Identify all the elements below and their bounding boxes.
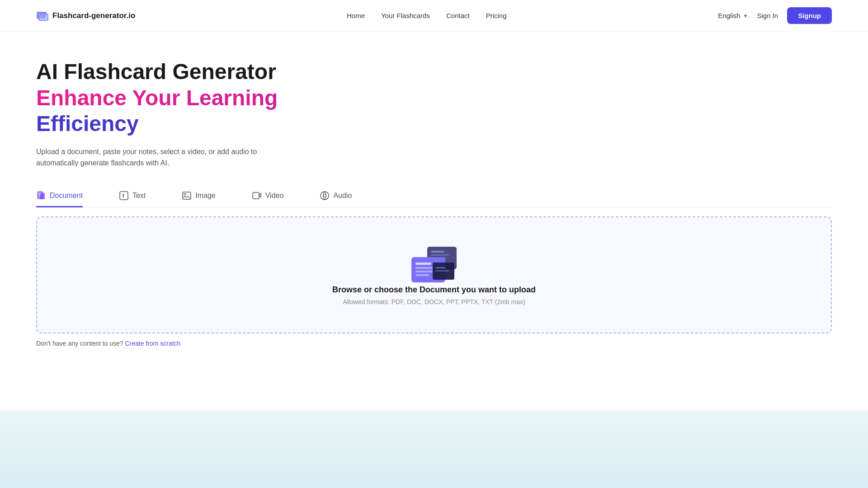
hero-section: AI Flashcard Generator Enhance Your Lear… xyxy=(36,59,832,169)
video-icon xyxy=(252,191,262,201)
scratch-prompt: Don't have any content to use? Create fr… xyxy=(36,340,832,347)
nav-home[interactable]: Home xyxy=(347,12,365,19)
tab-image-label: Image xyxy=(195,192,215,200)
tab-video-label: Video xyxy=(265,192,284,200)
upload-area[interactable]: Browse or choose the Document you want t… xyxy=(36,216,832,333)
language-selector[interactable]: English ▼ xyxy=(718,12,748,19)
tab-text[interactable]: T Text xyxy=(119,185,146,207)
navbar: Flashcard-generator.io Home Your Flashca… xyxy=(0,0,868,32)
svg-rect-25 xyxy=(435,270,449,272)
document-icon xyxy=(36,191,46,201)
nav-links: Home Your Flashcards Contact Pricing xyxy=(347,12,506,20)
nav-right: English ▼ Sign In Signup xyxy=(718,7,832,24)
hero-subtitle: Upload a document, paste your notes, sel… xyxy=(36,146,280,169)
svg-text:T: T xyxy=(122,193,125,198)
create-from-scratch-link[interactable]: Create from scratch xyxy=(125,340,180,347)
svg-rect-11 xyxy=(253,192,259,199)
svg-point-12 xyxy=(321,192,329,200)
signup-button[interactable]: Signup xyxy=(787,7,832,24)
audio-icon xyxy=(320,191,330,201)
language-label: English xyxy=(718,12,740,19)
tab-document-label: Document xyxy=(50,192,83,200)
svg-rect-6 xyxy=(40,193,45,199)
svg-rect-15 xyxy=(431,251,444,253)
hero-title-line1: AI Flashcard Generator xyxy=(36,59,832,85)
logo-icon xyxy=(36,9,49,22)
tab-audio-label: Audio xyxy=(333,192,352,200)
hero-title-line3: Efficiency xyxy=(36,111,832,137)
svg-rect-22 xyxy=(415,274,429,276)
upload-title: Browse or choose the Document you want t… xyxy=(332,285,536,295)
bottom-section: Featured xyxy=(0,410,868,488)
upload-illustration xyxy=(405,244,463,285)
tab-audio[interactable]: Audio xyxy=(320,185,352,207)
svg-rect-24 xyxy=(435,267,445,268)
svg-rect-19 xyxy=(415,263,431,265)
scratch-prefix: Don't have any content to use? xyxy=(36,340,123,347)
brand-logo[interactable]: Flashcard-generator.io xyxy=(36,9,135,22)
svg-rect-16 xyxy=(431,254,449,256)
tab-image[interactable]: Image xyxy=(182,185,215,207)
tab-text-label: Text xyxy=(132,192,146,200)
svg-point-13 xyxy=(323,194,326,197)
svg-point-10 xyxy=(184,193,186,195)
tabs-row: Document T Text Image xyxy=(36,185,832,207)
svg-rect-2 xyxy=(37,12,46,19)
text-icon: T xyxy=(119,191,129,201)
brand-name: Flashcard-generator.io xyxy=(52,11,135,20)
signin-link[interactable]: Sign In xyxy=(757,12,778,19)
tab-video[interactable]: Video xyxy=(252,185,284,207)
main-content: AI Flashcard Generator Enhance Your Lear… xyxy=(0,32,868,365)
nav-pricing[interactable]: Pricing xyxy=(486,12,507,19)
chevron-down-icon: ▼ xyxy=(743,13,748,19)
nav-flashcards[interactable]: Your Flashcards xyxy=(381,12,430,19)
upload-subtitle: Allowed formats: PDF, DOC, DOCX, PPT, PP… xyxy=(343,298,525,305)
tab-document[interactable]: Document xyxy=(36,185,83,207)
hero-title-line2: Enhance Your Learning xyxy=(36,85,832,111)
image-icon xyxy=(182,191,192,201)
nav-contact[interactable]: Contact xyxy=(446,12,470,19)
